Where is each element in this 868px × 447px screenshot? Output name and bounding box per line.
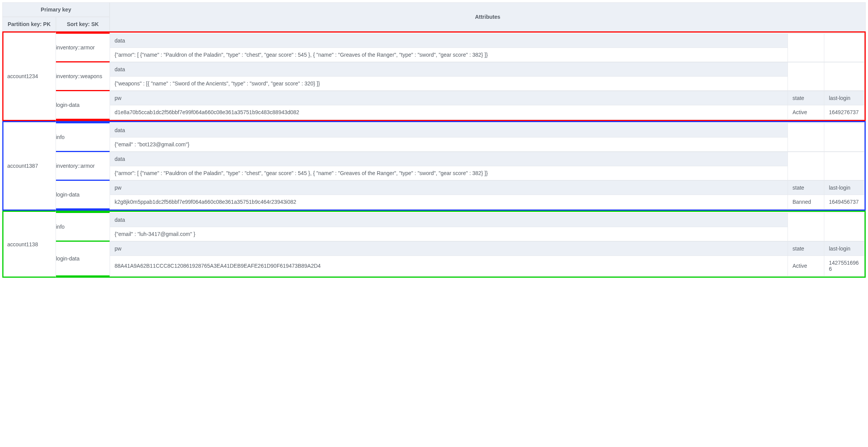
attr-empty	[788, 213, 824, 241]
attributes-cell: data{"armor": [ {"name" : "Pauldron of t…	[110, 33, 865, 62]
item-group: account1387infodata{"email" : "bot123@gm…	[2, 121, 866, 211]
attr-label-state: state	[788, 91, 824, 105]
attributes-cell: pwstatelast-login88A41A9A62B11CCC8C12086…	[110, 241, 865, 276]
attr-value-last-login: 1649456737	[824, 195, 865, 209]
attr-label-last-login: last-login	[824, 91, 865, 105]
row-container: infodata{"email" : "luh-3417@gmail.com" …	[56, 211, 866, 278]
attr-empty	[824, 33, 865, 62]
attr-empty	[788, 152, 824, 180]
attr-label-pw: pw	[110, 91, 788, 105]
attr-label-data: data	[110, 213, 788, 227]
attr-value-data: {"email" : "luh-3417@gmail.com" }	[110, 227, 788, 241]
attr-value-pw: 88A41A9A62B11CCC8C120861928765A3EA41DEB9…	[110, 255, 788, 276]
attributes-cell: data{"email" : "bot123@gmail.com"}	[110, 123, 865, 152]
attr-value-pw: k2g8jk0m5ppab1dc2f56bbf7e99f064a660c08e3…	[110, 195, 788, 209]
sort-key-cell: info	[56, 123, 110, 152]
attr-value-last-login: 1649276737	[824, 105, 865, 119]
sort-key-cell: inventory::armor	[56, 33, 110, 62]
sort-key-cell: info	[56, 213, 110, 241]
header-sort-key: Sort key: SK	[56, 17, 110, 31]
sort-key-cell: login-data	[56, 180, 110, 209]
attr-label-data: data	[110, 62, 788, 76]
attr-label-last-login: last-login	[824, 241, 865, 255]
header-primary-key: Primary key	[2, 2, 110, 17]
item-group: account1234inventory::armordata{"armor":…	[2, 31, 866, 121]
attr-value-state: Active	[788, 255, 824, 276]
attr-value-data: {"email" : "bot123@gmail.com"}	[110, 137, 788, 151]
partition-key-cell: account1387	[2, 121, 56, 211]
header-attributes: Attributes	[110, 2, 866, 31]
attr-empty	[824, 123, 865, 151]
attr-label-data: data	[110, 33, 788, 47]
attributes-cell: pwstatelast-logink2g8jk0m5ppab1dc2f56bbf…	[110, 180, 865, 209]
attr-empty	[824, 62, 865, 90]
row-container: inventory::armordata{"armor": [ {"name" …	[56, 31, 866, 121]
attr-empty	[824, 152, 865, 180]
attr-value-data: {"armor": [ {"name" : "Pauldron of the P…	[110, 47, 788, 62]
header-partition-key: Partition key: PK	[2, 17, 56, 31]
sort-key-cell: login-data	[56, 91, 110, 120]
sort-key-cell: login-data	[56, 241, 110, 276]
attr-empty	[824, 213, 865, 241]
attr-label-pw: pw	[110, 180, 788, 195]
item-group: account1138infodata{"email" : "luh-3417@…	[2, 211, 866, 278]
partition-key-cell: account1138	[2, 211, 56, 278]
attr-value-pw: d1e8a70b5ccab1dc2f56bbf7e99f064a660c08e3…	[110, 105, 788, 119]
attr-value-state: Active	[788, 105, 824, 119]
attr-label-data: data	[110, 123, 788, 137]
partition-key-cell: account1234	[2, 31, 56, 121]
attr-value-last-login: 14275516966	[824, 255, 865, 276]
sort-key-cell: inventory::armor	[56, 152, 110, 180]
attributes-cell: data{"weapons" : [{ "name" : "Sword of t…	[110, 62, 865, 91]
attributes-cell: data{"armor": [ {"name" : "Pauldron of t…	[110, 152, 865, 180]
attributes-cell: pwstatelast-logind1e8a70b5ccab1dc2f56bbf…	[110, 91, 865, 120]
attr-label-data: data	[110, 152, 788, 166]
attributes-cell: data{"email" : "luh-3417@gmail.com" }	[110, 213, 865, 241]
attr-empty	[788, 123, 824, 151]
attr-value-state: Banned	[788, 195, 824, 209]
attr-empty	[788, 62, 824, 90]
attr-label-last-login: last-login	[824, 180, 865, 195]
sort-key-cell: inventory::weapons	[56, 62, 110, 91]
attr-empty	[788, 33, 824, 62]
attr-label-state: state	[788, 180, 824, 195]
attr-label-pw: pw	[110, 241, 788, 255]
attr-value-data: {"weapons" : [{ "name" : "Sword of the A…	[110, 76, 788, 90]
dynamodb-table: Primary key Attributes Partition key: PK…	[2, 2, 866, 278]
attr-label-state: state	[788, 241, 824, 255]
attr-value-data: {"armor": [ {"name" : "Pauldron of the P…	[110, 166, 788, 180]
row-container: infodata{"email" : "bot123@gmail.com"}in…	[56, 121, 866, 211]
